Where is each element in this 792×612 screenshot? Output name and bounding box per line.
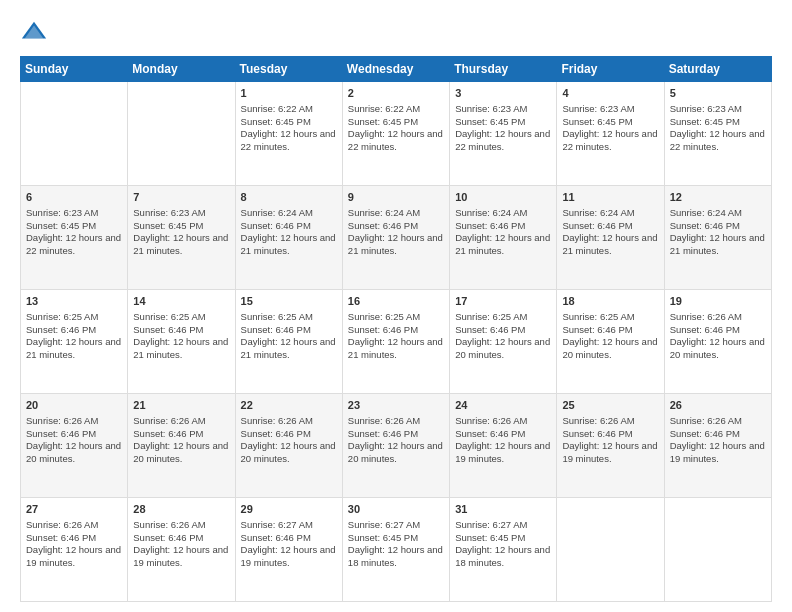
calendar-cell: 24Sunrise: 6:26 AMSunset: 6:46 PMDayligh… <box>450 394 557 498</box>
day-info: Sunrise: 6:26 AMSunset: 6:46 PMDaylight:… <box>670 415 765 464</box>
day-info: Sunrise: 6:25 AMSunset: 6:46 PMDaylight:… <box>455 311 550 360</box>
day-info: Sunrise: 6:23 AMSunset: 6:45 PMDaylight:… <box>26 207 121 256</box>
day-info: Sunrise: 6:26 AMSunset: 6:46 PMDaylight:… <box>241 415 336 464</box>
weekday-header-monday: Monday <box>128 57 235 82</box>
day-info: Sunrise: 6:23 AMSunset: 6:45 PMDaylight:… <box>562 103 657 152</box>
day-number: 30 <box>348 502 444 517</box>
day-info: Sunrise: 6:27 AMSunset: 6:45 PMDaylight:… <box>348 519 443 568</box>
day-info: Sunrise: 6:24 AMSunset: 6:46 PMDaylight:… <box>348 207 443 256</box>
calendar-cell: 7Sunrise: 6:23 AMSunset: 6:45 PMDaylight… <box>128 186 235 290</box>
weekday-header-thursday: Thursday <box>450 57 557 82</box>
day-info: Sunrise: 6:24 AMSunset: 6:46 PMDaylight:… <box>241 207 336 256</box>
day-number: 26 <box>670 398 766 413</box>
calendar-cell: 17Sunrise: 6:25 AMSunset: 6:46 PMDayligh… <box>450 290 557 394</box>
day-info: Sunrise: 6:26 AMSunset: 6:46 PMDaylight:… <box>455 415 550 464</box>
day-info: Sunrise: 6:26 AMSunset: 6:46 PMDaylight:… <box>133 519 228 568</box>
day-number: 2 <box>348 86 444 101</box>
day-number: 27 <box>26 502 122 517</box>
week-row-3: 13Sunrise: 6:25 AMSunset: 6:46 PMDayligh… <box>21 290 772 394</box>
calendar-cell: 18Sunrise: 6:25 AMSunset: 6:46 PMDayligh… <box>557 290 664 394</box>
day-number: 5 <box>670 86 766 101</box>
calendar-cell: 13Sunrise: 6:25 AMSunset: 6:46 PMDayligh… <box>21 290 128 394</box>
calendar-cell: 12Sunrise: 6:24 AMSunset: 6:46 PMDayligh… <box>664 186 771 290</box>
day-number: 24 <box>455 398 551 413</box>
calendar-cell: 1Sunrise: 6:22 AMSunset: 6:45 PMDaylight… <box>235 82 342 186</box>
day-number: 9 <box>348 190 444 205</box>
day-number: 10 <box>455 190 551 205</box>
day-number: 21 <box>133 398 229 413</box>
day-number: 15 <box>241 294 337 309</box>
weekday-header-saturday: Saturday <box>664 57 771 82</box>
calendar-cell: 22Sunrise: 6:26 AMSunset: 6:46 PMDayligh… <box>235 394 342 498</box>
calendar-cell: 6Sunrise: 6:23 AMSunset: 6:45 PMDaylight… <box>21 186 128 290</box>
day-number: 16 <box>348 294 444 309</box>
logo-icon <box>20 18 48 46</box>
day-number: 6 <box>26 190 122 205</box>
logo <box>20 18 52 46</box>
calendar-cell: 26Sunrise: 6:26 AMSunset: 6:46 PMDayligh… <box>664 394 771 498</box>
calendar-cell: 21Sunrise: 6:26 AMSunset: 6:46 PMDayligh… <box>128 394 235 498</box>
calendar-cell: 19Sunrise: 6:26 AMSunset: 6:46 PMDayligh… <box>664 290 771 394</box>
day-info: Sunrise: 6:23 AMSunset: 6:45 PMDaylight:… <box>133 207 228 256</box>
day-number: 12 <box>670 190 766 205</box>
calendar-cell: 23Sunrise: 6:26 AMSunset: 6:46 PMDayligh… <box>342 394 449 498</box>
calendar-cell: 2Sunrise: 6:22 AMSunset: 6:45 PMDaylight… <box>342 82 449 186</box>
calendar-cell: 9Sunrise: 6:24 AMSunset: 6:46 PMDaylight… <box>342 186 449 290</box>
day-number: 17 <box>455 294 551 309</box>
calendar-cell: 29Sunrise: 6:27 AMSunset: 6:46 PMDayligh… <box>235 498 342 602</box>
calendar-cell <box>128 82 235 186</box>
day-info: Sunrise: 6:25 AMSunset: 6:46 PMDaylight:… <box>241 311 336 360</box>
weekday-header-wednesday: Wednesday <box>342 57 449 82</box>
day-info: Sunrise: 6:22 AMSunset: 6:45 PMDaylight:… <box>348 103 443 152</box>
day-info: Sunrise: 6:24 AMSunset: 6:46 PMDaylight:… <box>455 207 550 256</box>
calendar-cell: 11Sunrise: 6:24 AMSunset: 6:46 PMDayligh… <box>557 186 664 290</box>
day-number: 14 <box>133 294 229 309</box>
day-number: 28 <box>133 502 229 517</box>
week-row-5: 27Sunrise: 6:26 AMSunset: 6:46 PMDayligh… <box>21 498 772 602</box>
calendar-cell: 25Sunrise: 6:26 AMSunset: 6:46 PMDayligh… <box>557 394 664 498</box>
calendar-cell: 5Sunrise: 6:23 AMSunset: 6:45 PMDaylight… <box>664 82 771 186</box>
day-number: 22 <box>241 398 337 413</box>
day-number: 29 <box>241 502 337 517</box>
calendar-table: SundayMondayTuesdayWednesdayThursdayFrid… <box>20 56 772 602</box>
calendar-cell: 8Sunrise: 6:24 AMSunset: 6:46 PMDaylight… <box>235 186 342 290</box>
calendar-cell: 3Sunrise: 6:23 AMSunset: 6:45 PMDaylight… <box>450 82 557 186</box>
day-number: 31 <box>455 502 551 517</box>
calendar-cell: 10Sunrise: 6:24 AMSunset: 6:46 PMDayligh… <box>450 186 557 290</box>
day-info: Sunrise: 6:24 AMSunset: 6:46 PMDaylight:… <box>562 207 657 256</box>
day-info: Sunrise: 6:25 AMSunset: 6:46 PMDaylight:… <box>562 311 657 360</box>
day-number: 25 <box>562 398 658 413</box>
day-info: Sunrise: 6:23 AMSunset: 6:45 PMDaylight:… <box>455 103 550 152</box>
day-info: Sunrise: 6:25 AMSunset: 6:46 PMDaylight:… <box>348 311 443 360</box>
header <box>20 18 772 46</box>
calendar-cell: 4Sunrise: 6:23 AMSunset: 6:45 PMDaylight… <box>557 82 664 186</box>
day-number: 7 <box>133 190 229 205</box>
calendar-cell: 16Sunrise: 6:25 AMSunset: 6:46 PMDayligh… <box>342 290 449 394</box>
day-info: Sunrise: 6:26 AMSunset: 6:46 PMDaylight:… <box>133 415 228 464</box>
calendar-cell: 28Sunrise: 6:26 AMSunset: 6:46 PMDayligh… <box>128 498 235 602</box>
calendar-cell <box>557 498 664 602</box>
page: SundayMondayTuesdayWednesdayThursdayFrid… <box>0 0 792 612</box>
day-info: Sunrise: 6:26 AMSunset: 6:46 PMDaylight:… <box>348 415 443 464</box>
calendar-cell: 14Sunrise: 6:25 AMSunset: 6:46 PMDayligh… <box>128 290 235 394</box>
day-info: Sunrise: 6:25 AMSunset: 6:46 PMDaylight:… <box>26 311 121 360</box>
weekday-header-sunday: Sunday <box>21 57 128 82</box>
day-info: Sunrise: 6:23 AMSunset: 6:45 PMDaylight:… <box>670 103 765 152</box>
day-info: Sunrise: 6:22 AMSunset: 6:45 PMDaylight:… <box>241 103 336 152</box>
week-row-2: 6Sunrise: 6:23 AMSunset: 6:45 PMDaylight… <box>21 186 772 290</box>
day-info: Sunrise: 6:26 AMSunset: 6:46 PMDaylight:… <box>26 519 121 568</box>
calendar-cell: 30Sunrise: 6:27 AMSunset: 6:45 PMDayligh… <box>342 498 449 602</box>
week-row-4: 20Sunrise: 6:26 AMSunset: 6:46 PMDayligh… <box>21 394 772 498</box>
day-number: 4 <box>562 86 658 101</box>
day-info: Sunrise: 6:26 AMSunset: 6:46 PMDaylight:… <box>562 415 657 464</box>
day-number: 3 <box>455 86 551 101</box>
weekday-header-friday: Friday <box>557 57 664 82</box>
day-info: Sunrise: 6:24 AMSunset: 6:46 PMDaylight:… <box>670 207 765 256</box>
weekday-header-tuesday: Tuesday <box>235 57 342 82</box>
calendar-cell: 20Sunrise: 6:26 AMSunset: 6:46 PMDayligh… <box>21 394 128 498</box>
day-info: Sunrise: 6:26 AMSunset: 6:46 PMDaylight:… <box>670 311 765 360</box>
day-info: Sunrise: 6:25 AMSunset: 6:46 PMDaylight:… <box>133 311 228 360</box>
calendar-cell <box>664 498 771 602</box>
day-number: 20 <box>26 398 122 413</box>
calendar-cell: 31Sunrise: 6:27 AMSunset: 6:45 PMDayligh… <box>450 498 557 602</box>
